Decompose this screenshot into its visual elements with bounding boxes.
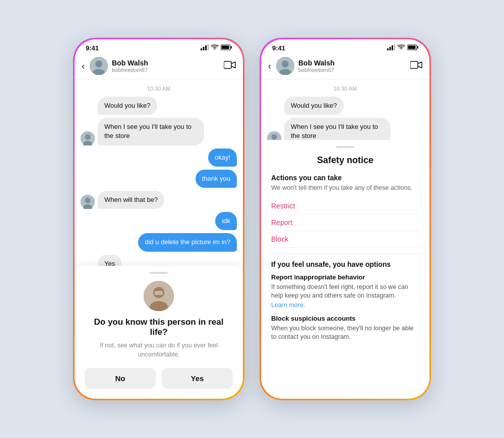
- learn-more-link[interactable]: Learn more.: [271, 302, 419, 309]
- back-button-2[interactable]: ‹: [268, 61, 271, 71]
- back-button-1[interactable]: ‹: [82, 61, 85, 71]
- status-icons-2: [387, 44, 418, 52]
- avatar-2: [276, 57, 294, 75]
- svg-point-29: [282, 60, 289, 67]
- timestamp-2: 10:30 AM: [267, 86, 423, 92]
- sheet-buttons: No Yes: [85, 368, 233, 389]
- bottom-sheet-1: Do you know this person in real life? If…: [75, 266, 243, 399]
- bubble: did u delete the picture im in?: [138, 233, 237, 251]
- svg-rect-10: [224, 61, 231, 68]
- svg-rect-1: [203, 47, 205, 50]
- sheet-subtitle: If not, see what you can do if you ever …: [85, 341, 233, 359]
- safety-sheet: Safety notice Actions you can take We wo…: [261, 140, 429, 399]
- svg-rect-3: [208, 44, 209, 50]
- battery-icon-1: [221, 44, 232, 52]
- status-bar-1: 9:41: [75, 39, 243, 54]
- sheet-avatar: [144, 281, 174, 311]
- unsafe-title: If you feel unsafe, you have options: [271, 260, 419, 268]
- contact-name-2: Bob Walsh: [298, 59, 410, 67]
- section1-title: Report inappropriate behavior: [271, 273, 419, 281]
- message-row: Yes: [81, 255, 237, 266]
- svg-point-15: [85, 198, 91, 203]
- section1-desc: If something doesn't feel right, report …: [271, 283, 419, 301]
- status-icons-1: [201, 44, 232, 52]
- contact-username-1: bobfreedom67: [112, 67, 224, 73]
- bubble: When will that be?: [98, 191, 164, 209]
- svg-rect-27: [417, 46, 418, 49]
- restrict-action[interactable]: Restrict: [271, 198, 419, 214]
- svg-point-8: [95, 60, 102, 67]
- svg-rect-31: [410, 61, 418, 68]
- phone-2: 9:41: [260, 38, 431, 400]
- phone-1: 9:41: [73, 38, 244, 400]
- bubble: When I see you I'll take you to the stor…: [98, 118, 204, 145]
- svg-rect-24: [394, 44, 396, 50]
- status-bar-2: 9:41: [261, 39, 429, 54]
- contact-info-1: Bob Walsh bobfreedom67: [112, 59, 224, 74]
- report-action[interactable]: Report: [271, 214, 419, 231]
- svg-rect-5: [222, 46, 229, 49]
- svg-rect-22: [390, 47, 391, 50]
- svg-point-33: [272, 134, 277, 139]
- msg-avatar: [267, 131, 281, 140]
- wifi-icon-1: [211, 44, 219, 52]
- yes-button[interactable]: Yes: [162, 368, 233, 389]
- signal-icon-2: [387, 44, 395, 52]
- video-icon-2[interactable]: [410, 60, 422, 72]
- safety-handle: [336, 146, 354, 148]
- bubble: Would you like?: [284, 97, 344, 115]
- bubble: idk: [215, 212, 237, 230]
- bubble: okay!: [208, 149, 237, 167]
- actions-title: Actions you can take: [271, 174, 419, 182]
- phones-container: 9:41: [73, 38, 431, 400]
- message-row: Would you like?: [81, 97, 237, 115]
- message-row: did u delete the picture im in?: [81, 233, 237, 251]
- message-row: okay!: [81, 149, 237, 167]
- contact-info-2: Bob Walsh bobfreedom67: [298, 59, 410, 74]
- avatar-1: [90, 57, 108, 75]
- battery-icon-2: [407, 44, 418, 52]
- actions-desc: We won't tell them if you take any of th…: [271, 184, 419, 193]
- contact-name-1: Bob Walsh: [112, 59, 224, 67]
- svg-rect-20: [155, 291, 163, 295]
- message-row: idk: [81, 212, 237, 230]
- msg-avatar: [81, 195, 95, 209]
- section2-desc: When you block someone, they'll no longe…: [271, 324, 419, 342]
- svg-rect-21: [387, 48, 389, 50]
- safety-divider: [271, 254, 419, 254]
- msg-avatar: [81, 131, 95, 145]
- chat-area-1: 10:30 AM Would you like? When: [75, 80, 243, 266]
- section2-title: Block suspicious accounts: [271, 315, 419, 322]
- video-icon-1[interactable]: [224, 60, 236, 72]
- no-button[interactable]: No: [85, 368, 156, 389]
- contact-username-2: bobfreedom67: [298, 67, 410, 73]
- message-row: Would you like?: [267, 97, 423, 115]
- chat-header-1: ‹ Bob Walsh bobfreedom67: [75, 54, 243, 80]
- timestamp-1: 10:30 AM: [81, 86, 237, 92]
- bubble: Yes: [98, 255, 121, 266]
- time-2: 9:41: [272, 44, 285, 52]
- wifi-icon-2: [397, 44, 405, 52]
- section2: Block suspicious accounts When you block…: [271, 315, 419, 343]
- svg-point-12: [85, 134, 91, 139]
- signal-icon-1: [201, 44, 209, 52]
- svg-rect-26: [408, 46, 416, 49]
- message-row: When I see you I'll take you to the stor…: [81, 118, 237, 145]
- message-row: When will that be?: [81, 191, 237, 209]
- sheet-title: Do you know this person in real life?: [85, 317, 233, 337]
- svg-rect-6: [231, 46, 232, 49]
- message-row: When I see you I'll take you to the stor…: [267, 118, 423, 140]
- bubble: When I see you I'll take you to the stor…: [284, 118, 391, 140]
- bubble: Would you like?: [98, 97, 157, 115]
- block-action[interactable]: Block: [271, 231, 419, 248]
- time-1: 9:41: [86, 44, 99, 52]
- chat-header-2: ‹ Bob Walsh bobfreedom67: [261, 54, 429, 80]
- svg-rect-23: [392, 45, 393, 50]
- message-row: thank you: [81, 170, 237, 188]
- svg-rect-2: [205, 45, 207, 50]
- bubble: thank you: [196, 170, 237, 188]
- svg-rect-0: [201, 48, 202, 50]
- safety-title: Safety notice: [271, 155, 419, 166]
- sheet-handle-1: [150, 272, 168, 274]
